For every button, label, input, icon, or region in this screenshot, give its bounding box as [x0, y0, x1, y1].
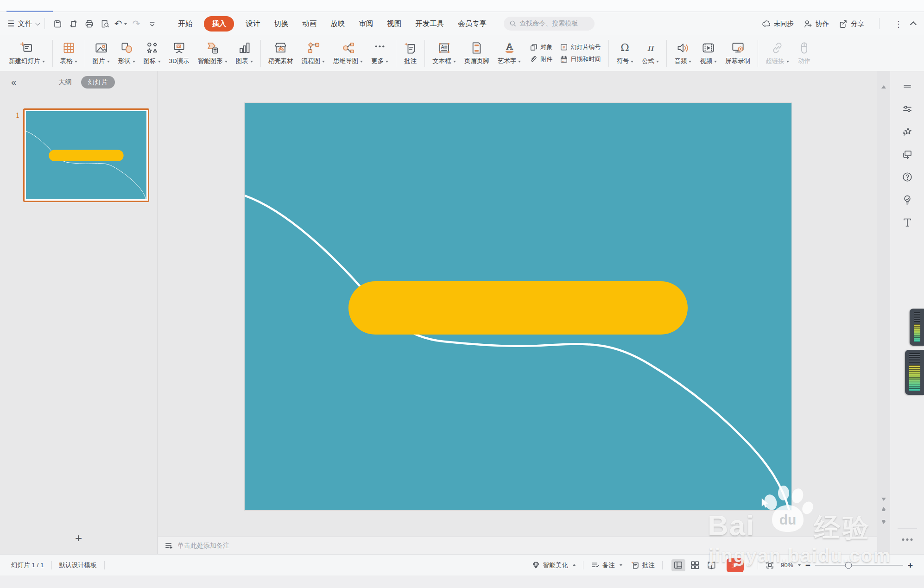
toolbar-item-date-time[interactable]: 日期和时间: [560, 55, 601, 63]
comments-button[interactable]: 批注: [631, 561, 655, 569]
sync-status-button[interactable]: 未同步: [761, 19, 794, 29]
collapse-panel-button[interactable]: «: [11, 77, 16, 88]
collapse-ribbon-button[interactable]: [910, 21, 917, 28]
collaborate-button[interactable]: 协作: [803, 19, 829, 29]
toolbar-item-shape[interactable]: 形状: [114, 37, 139, 70]
slide-editor[interactable]: [245, 103, 791, 510]
toolbar-item-formula[interactable]: π 公式: [638, 37, 663, 70]
object-properties-icon[interactable]: [902, 103, 913, 114]
scroll-down-button[interactable]: [881, 498, 886, 501]
tab-transition[interactable]: 切换: [274, 17, 288, 31]
fit-icon: [766, 561, 774, 569]
toolbar-item-symbol[interactable]: Ω 符号: [612, 37, 638, 70]
toolbar-item-video[interactable]: 视频: [696, 37, 721, 70]
toolbar-item-action[interactable]: 动作: [793, 37, 815, 70]
customize-qat-button[interactable]: [145, 17, 159, 31]
toolbar-item-docer-assets[interactable]: 稻壳素材: [264, 37, 297, 70]
panel-handle-icon[interactable]: [902, 81, 913, 92]
zoom-level[interactable]: 90%: [781, 562, 801, 569]
template-name[interactable]: 默认设计模板: [59, 561, 97, 569]
smart-beautify-button[interactable]: 智能美化: [532, 561, 576, 569]
tab-membership[interactable]: 会员专享: [458, 17, 487, 31]
toolbar-item-smartart[interactable]: 智能图形: [194, 37, 232, 70]
zoom-slider[interactable]: [815, 565, 903, 566]
scroll-up-button[interactable]: [881, 85, 886, 89]
tab-view[interactable]: 视图: [387, 17, 401, 31]
tab-home[interactable]: 开始: [178, 17, 192, 31]
slide-shape-rounded-rectangle[interactable]: [348, 281, 688, 335]
divider: [44, 18, 45, 29]
toolbar-item-flowchart[interactable]: 流程图: [297, 37, 329, 70]
tab-outline[interactable]: 大纲: [58, 78, 72, 87]
edge-widget-handle[interactable]: [910, 309, 924, 346]
tab-insert[interactable]: 插入: [204, 16, 234, 32]
play-dropdown-caret[interactable]: [747, 564, 750, 568]
tab-developer[interactable]: 开发工具: [415, 17, 444, 31]
toolbar-item-slide-number[interactable]: # 幻灯片编号: [560, 43, 601, 51]
toolbar-item-header-footer[interactable]: 页眉页脚: [460, 37, 494, 70]
tab-review[interactable]: 审阅: [359, 17, 373, 31]
toolbar-item-textbox[interactable]: A 文本框: [428, 37, 460, 70]
toolbar-item-chart[interactable]: 图表: [232, 37, 257, 70]
toolbar-item-icon-library[interactable]: 图标: [139, 37, 165, 70]
toolbar-item-3d-presentation[interactable]: 3D 3D演示: [165, 37, 194, 70]
sidebar-more-button[interactable]: [902, 538, 912, 541]
save-button[interactable]: [51, 17, 64, 31]
toolbar-item-comment[interactable]: 批注: [399, 37, 421, 70]
slide-thumbnail-row: 1: [16, 108, 149, 202]
toolbar-item-more-insert[interactable]: 更多: [367, 37, 392, 70]
edge-widget-handle-large[interactable]: [905, 350, 924, 395]
search-input[interactable]: 查找命令、搜索模板: [504, 17, 595, 31]
text-tool-icon[interactable]: [902, 217, 913, 228]
print-preview-button[interactable]: [98, 17, 112, 31]
view-slide-sorter-button[interactable]: [688, 559, 702, 571]
play-slideshow-button[interactable]: [727, 558, 744, 572]
redo-button[interactable]: ↷: [129, 17, 143, 31]
tab-design[interactable]: 设计: [246, 17, 260, 31]
help-icon[interactable]: [902, 171, 913, 183]
vertical-scrollbar[interactable]: [877, 71, 890, 554]
next-slide-button[interactable]: [877, 520, 890, 524]
tips-bulb-icon[interactable]: [902, 194, 913, 205]
undo-button[interactable]: ↶: [114, 17, 127, 31]
zoom-in-button[interactable]: +: [908, 561, 913, 569]
toolbar-item-hyperlink[interactable]: 超链接: [761, 37, 793, 70]
creative-effects-icon[interactable]: [902, 126, 913, 137]
toolbar-item-table[interactable]: 表格: [56, 37, 82, 70]
output-button[interactable]: [66, 17, 80, 31]
slide-thumbnail[interactable]: [23, 108, 149, 202]
share-icon: [838, 19, 848, 29]
toolbar-item-screen-record[interactable]: 屏幕录制: [721, 37, 754, 70]
share-button[interactable]: 分享: [838, 19, 864, 29]
add-slide-button[interactable]: +: [75, 532, 82, 544]
file-menu[interactable]: ☰ 文件: [7, 19, 39, 29]
more-options-button[interactable]: ⋮: [894, 19, 903, 29]
slide-canvas-area: 单击此处添加备注: [158, 71, 877, 554]
notes-button[interactable]: 备注: [591, 561, 622, 569]
svg-text:π: π: [647, 41, 655, 53]
tab-slideshow[interactable]: 放映: [330, 17, 345, 31]
toolbar-item-attachment[interactable]: 附件: [530, 55, 552, 63]
toolbar-item-object[interactable]: 对象: [530, 43, 552, 51]
toolbar-item-new-slide[interactable]: 新建幻灯片: [5, 37, 49, 70]
notes-bar[interactable]: 单击此处添加备注: [158, 537, 877, 554]
tab-animation[interactable]: 动画: [302, 17, 316, 31]
zoom-slider-knob[interactable]: [845, 562, 852, 569]
view-reading-button[interactable]: [705, 559, 719, 571]
fit-to-window-button[interactable]: [766, 561, 774, 569]
mindmap-icon: [342, 41, 355, 55]
zoom-out-button[interactable]: −: [805, 561, 810, 569]
comment-icon: [404, 41, 417, 55]
menu-bar: ☰ 文件 ↶ ↷ 开始 插入 设计 切换 动画 放映 审阅: [0, 12, 924, 35]
previous-slide-button[interactable]: [877, 507, 890, 511]
view-normal-button[interactable]: [671, 559, 685, 571]
print-button[interactable]: [82, 17, 96, 31]
toolbar-item-mindmap[interactable]: 思维导图: [329, 37, 367, 70]
switch-display-icon[interactable]: [902, 149, 913, 160]
toolbar-item-wordart[interactable]: A 艺术字: [494, 37, 525, 70]
comment-note-icon: [631, 561, 639, 569]
notes-lines-icon: [591, 561, 600, 569]
toolbar-item-picture[interactable]: 图片: [89, 37, 114, 70]
tab-slides[interactable]: 幻灯片: [81, 76, 115, 89]
toolbar-item-audio[interactable]: 音频: [670, 37, 696, 70]
